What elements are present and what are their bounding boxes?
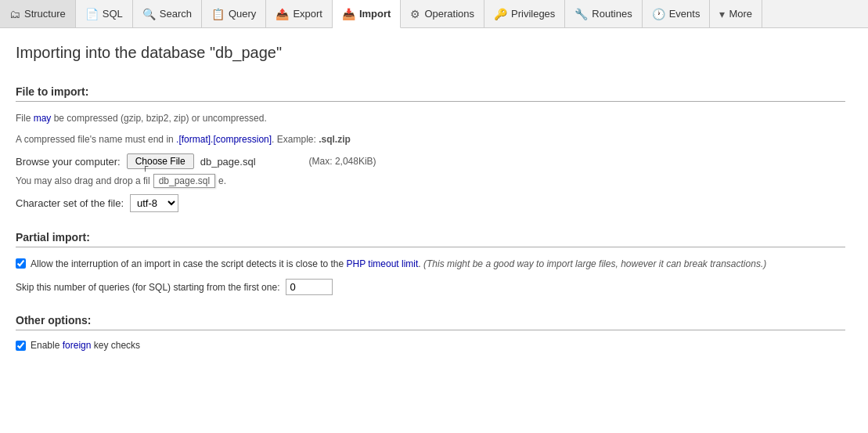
nav-item-more[interactable]: ▾ More [710,0,762,27]
example-ext: .sql.zip [319,134,351,145]
privileges-icon: 🔑 [494,8,507,20]
nav-item-sql[interactable]: 📄 SQL [76,0,133,27]
operations-icon: ⚙ [410,8,420,20]
choose-file-button[interactable]: Choose File [127,153,194,169]
nav-label-routines: Routines [592,8,632,20]
nav-label-privileges: Privileges [511,8,555,20]
charset-row: Character set of the file: utf-8 latin1 … [16,194,845,212]
nav-item-privileges[interactable]: 🔑 Privileges [484,0,565,27]
nav-label-structure: Structure [24,8,66,20]
nav-item-routines[interactable]: 🔧 Routines [565,0,642,27]
import-icon: 📥 [342,8,355,20]
drag-drop-row: You may also drag and drop a fil db_page… [16,174,845,188]
foreign-key-label: Enable foreign key checks [31,340,140,351]
skip-label: Skip this number of queries (for SQL) st… [16,282,279,293]
search-icon: 🔍 [142,8,156,20]
routines-icon: 🔧 [574,8,588,20]
file-import-header: File to import: [16,85,845,102]
page-title: Importing into the database "db_page" [16,44,845,62]
choose-file-container: Choose File ┌ [127,153,194,169]
format-link: .[format].[compression] [176,134,272,145]
export-icon: 📤 [276,8,289,20]
file-may-link: may [34,113,52,124]
php-timeout-link: PHP timeout limit [347,258,419,269]
drag-drop-text: You may also drag and drop a fil [16,175,150,186]
tooltip-container: db_page.sql [153,174,215,188]
nav-item-export[interactable]: 📤 Export [266,0,333,27]
file-max-size: (Max: 2,048KiB) [309,156,376,167]
nav-label-more: More [729,8,752,20]
nav-item-query[interactable]: 📋 Query [202,0,266,27]
partial-import-section: Partial import: Allow the interruption o… [16,231,845,295]
query-icon: 📋 [211,8,225,20]
foreign-key-row: Enable foreign key checks [16,340,845,351]
nav-label-import: Import [359,8,391,20]
file-selected-name: db_page.sql [200,156,256,168]
more-icon: ▾ [719,8,725,20]
nav-label-query: Query [229,8,256,20]
sql-icon: 📄 [85,8,99,20]
charset-select[interactable]: utf-8 latin1 utf16 ascii [130,194,178,212]
nav-label-events: Events [669,8,701,20]
drag-drop-tooltip: db_page.sql [153,174,215,188]
interrupt-checkbox-row: Allow the interruption of an import in c… [16,257,845,271]
other-options-section: Other options: Enable foreign key checks [16,314,845,351]
file-info-line2: A compressed file's name must end in .[f… [16,132,845,147]
browse-row: Browse your computer: Choose File ┌ db_p… [16,153,845,169]
file-import-section: File to import: File may be compressed (… [16,85,845,212]
events-icon: 🕐 [652,8,665,20]
nav-label-operations: Operations [424,8,474,20]
nav-label-export: Export [293,8,322,20]
foreign-link: foreign [63,340,92,351]
nav-item-structure[interactable]: 🗂 Structure [0,0,76,27]
interrupt-note: (This might be a good way to import larg… [423,258,766,269]
nav-label-search: Search [160,8,192,20]
nav-label-sql: SQL [103,8,123,20]
skip-input[interactable] [286,279,333,295]
browse-label: Browse your computer: [16,156,121,168]
interrupt-checkbox[interactable] [16,258,26,269]
top-navigation: 🗂 Structure 📄 SQL 🔍 Search 📋 Query 📤 Exp… [0,0,868,28]
nav-item-operations[interactable]: ⚙ Operations [401,0,484,27]
partial-import-header: Partial import: [16,231,845,247]
structure-icon: 🗂 [9,8,20,20]
other-options-header: Other options: [16,314,845,330]
nav-item-import[interactable]: 📥 Import [333,0,401,28]
main-content: Importing into the database "db_page" Fi… [0,28,861,385]
drag-drop-suffix: e. [218,175,226,186]
nav-item-events[interactable]: 🕐 Events [643,0,711,27]
interrupt-label: Allow the interruption of an import in c… [31,257,766,271]
foreign-key-checkbox[interactable] [16,341,26,351]
skip-row: Skip this number of queries (for SQL) st… [16,279,845,295]
file-info-line1: File may be compressed (gzip, bzip2, zip… [16,111,845,126]
nav-item-search[interactable]: 🔍 Search [133,0,202,27]
charset-label: Character set of the file: [16,197,124,209]
